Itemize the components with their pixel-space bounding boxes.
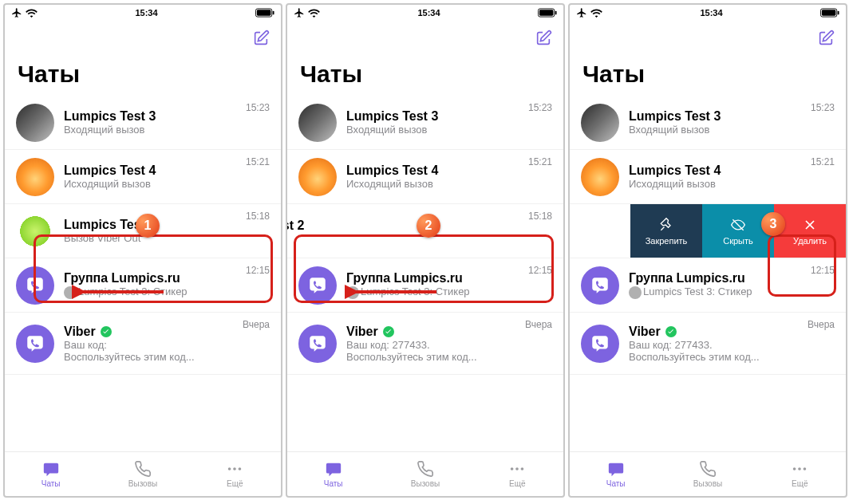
avatar: [298, 325, 337, 363]
chat-name: Viber: [64, 325, 96, 339]
chat-time: 15:21: [811, 156, 835, 167]
navbar: [5, 21, 281, 56]
avatar: [298, 104, 337, 142]
swipe-delete-label: Удалить: [793, 236, 827, 246]
chat-time: 15:21: [246, 156, 270, 167]
chat-subtitle: Ваш код: 277433.: [629, 339, 801, 351]
chat-subtitle: er Out: [287, 233, 522, 245]
tab-chats[interactable]: Чаты: [287, 452, 379, 496]
swipe-pin-label: Закрепить: [646, 236, 688, 246]
avatar: [16, 325, 54, 363]
chat-time: 15:18: [528, 211, 552, 222]
chat-subtitle: Входящий вызов: [64, 124, 239, 136]
chat-row[interactable]: Viber Ваш код: 277433. Воспользуйтесь эт…: [287, 313, 563, 375]
svg-point-17: [804, 467, 807, 471]
tab-more[interactable]: Ещё: [472, 452, 563, 496]
tab-label: Вызовы: [693, 479, 722, 488]
status-bar: 15:34: [287, 5, 563, 21]
chat-row[interactable]: Lumpics Test 4 Исходящий вызов 15:21: [5, 150, 281, 204]
chat-subtitle: Исходящий вызов: [629, 178, 804, 190]
chat-name: Lumpics Test 3: [64, 109, 239, 124]
chat-row-swiped-full[interactable]: Закрепить Скрыть Удалить: [570, 204, 846, 258]
chat-time: 15:23: [246, 102, 270, 113]
tab-bar: Чаты Вызовы Ещё: [287, 451, 563, 496]
swipe-hide-button[interactable]: Скрыть: [702, 204, 774, 258]
chat-row[interactable]: Lumpics Test 4 Исходящий вызов 15:21: [570, 150, 846, 204]
sender-avatar-icon: [64, 286, 77, 299]
svg-rect-2: [273, 11, 274, 15]
tab-chats[interactable]: Чаты: [5, 452, 97, 496]
chat-name: Viber: [346, 325, 378, 339]
chat-subtitle: Lumpics Test 3: Стикер: [346, 285, 522, 299]
chat-list[interactable]: Lumpics Test 3 Входящий вызов 15:23 Lump…: [287, 96, 563, 451]
swipe-delete-button[interactable]: Удалить: [774, 204, 846, 258]
chat-row[interactable]: Lumpics Test 3 Входящий вызов 15:23: [570, 96, 846, 150]
tab-calls[interactable]: Вызовы: [97, 452, 188, 496]
chat-time: Вчера: [243, 319, 270, 330]
battery-icon: [820, 8, 839, 18]
navbar: [287, 21, 563, 56]
status-bar: 15:34: [570, 5, 846, 21]
chat-name: Lumpics Test 4: [346, 163, 522, 178]
svg-point-15: [793, 467, 796, 471]
chat-name: cs Test 2: [287, 219, 522, 233]
chat-time: 12:15: [246, 265, 270, 276]
chat-name: Lumpics Test 3: [346, 109, 522, 124]
chat-time: Вчера: [808, 319, 835, 330]
chat-row-swiped[interactable]: Закреп Скры Удали cs Test 2 er: [287, 204, 563, 258]
chat-row[interactable]: Группа Lumpics.ru Lumpics Test 3: Стикер…: [570, 258, 846, 313]
chat-row[interactable]: Viber Ваш код: Воспользуйтесь этим код..…: [5, 313, 281, 375]
chat-row[interactable]: Группа Lumpics.ru Lumpics Test 3: Стикер…: [5, 258, 281, 313]
swipe-pin-button[interactable]: Закрепить: [630, 204, 702, 258]
page-title: Чаты: [570, 56, 846, 96]
battery-icon: [255, 8, 274, 18]
tab-calls[interactable]: Вызовы: [379, 452, 471, 496]
battery-icon: [538, 8, 557, 18]
verified-icon: [101, 326, 112, 337]
chat-subtitle: Ваш код: 277433.: [346, 339, 519, 351]
tab-bar: Чаты Вызовы Ещё: [5, 451, 281, 496]
svg-point-11: [521, 467, 524, 471]
tab-calls[interactable]: Вызовы: [661, 452, 753, 496]
tab-label: Вызовы: [411, 479, 440, 488]
avatar: [16, 104, 54, 142]
chat-time: 15:18: [246, 211, 270, 222]
page-title: Чаты: [5, 56, 281, 96]
chat-list[interactable]: Lumpics Test 3 Входящий вызов 15:23 Lump…: [5, 96, 281, 451]
avatar: [581, 158, 619, 196]
compose-icon[interactable]: [535, 30, 552, 47]
tab-more[interactable]: Ещё: [754, 452, 846, 496]
avatar: [16, 158, 54, 196]
chat-row[interactable]: Lumpics Test 3 Входящий вызов 15:23: [5, 96, 281, 150]
chat-time: 15:21: [528, 156, 552, 167]
chat-row[interactable]: Lumpics Test 3 Входящий вызов 15:23: [287, 96, 563, 150]
tab-more[interactable]: Ещё: [189, 452, 281, 496]
svg-rect-1: [257, 10, 271, 15]
chat-row-selected[interactable]: Lumpics Test 2 Вызов Viber Out 15:18: [5, 204, 281, 258]
tab-label: Ещё: [509, 479, 525, 488]
compose-icon[interactable]: [252, 30, 270, 47]
avatar: [298, 158, 337, 196]
svg-point-16: [798, 467, 801, 471]
tab-chats[interactable]: Чаты: [570, 452, 661, 496]
chat-time: 12:15: [528, 265, 552, 276]
swipe-hide-label: Скрыть: [723, 236, 753, 246]
chat-subtitle: Входящий вызов: [629, 124, 804, 136]
chat-time: 15:23: [811, 102, 835, 113]
sender-avatar-icon: [346, 286, 359, 299]
tab-label: Ещё: [792, 479, 808, 488]
chat-name: Viber: [629, 325, 661, 339]
svg-point-10: [515, 467, 519, 471]
chat-row[interactable]: Viber Ваш код: 277433. Воспользуйтесь эт…: [570, 313, 846, 375]
chat-subtitle-2: Воспользуйтесь этим код...: [629, 351, 801, 363]
chat-row[interactable]: Группа Lumpics.ru Lumpics Test 3: Стикер…: [287, 258, 563, 313]
chat-row[interactable]: Lumpics Test 4 Исходящий вызов 15:21: [287, 150, 563, 204]
chat-time: 12:15: [811, 265, 835, 276]
chat-list[interactable]: Lumpics Test 3 Входящий вызов 15:23 Lump…: [570, 96, 846, 451]
status-bar: 15:34: [5, 5, 281, 21]
navbar: [570, 21, 846, 56]
screenshot-3: 15:34 Чаты Lumpics Test 3 Входящий вызов…: [568, 3, 847, 498]
wifi-icon: [308, 9, 320, 18]
compose-icon[interactable]: [817, 30, 835, 47]
svg-point-9: [511, 467, 514, 471]
